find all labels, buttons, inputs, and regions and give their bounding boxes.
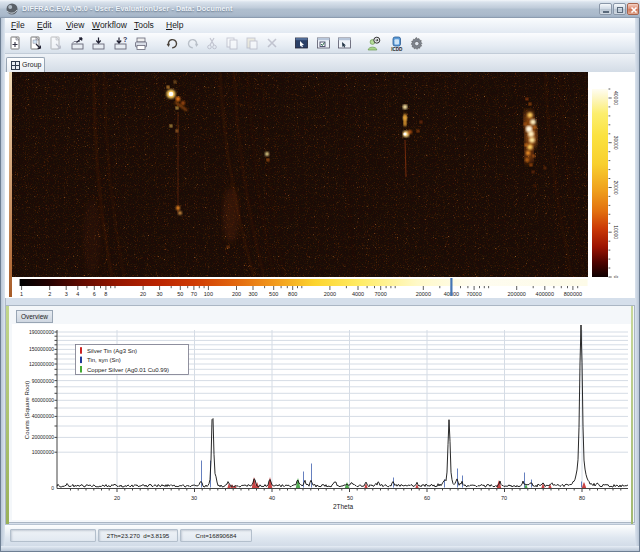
svg-text:40: 40 [269, 495, 275, 501]
svg-text:10000000: 10000000 [32, 449, 54, 455]
svg-text:20000: 20000 [613, 181, 619, 195]
svg-text:1: 1 [20, 291, 23, 297]
svg-text:80: 80 [579, 495, 585, 501]
svg-text:30: 30 [191, 495, 197, 501]
svg-text:30000: 30000 [613, 136, 619, 150]
svg-text:Silver Tin (Ag3 Sn): Silver Tin (Ag3 Sn) [87, 348, 137, 354]
svg-text:4: 4 [76, 291, 79, 297]
svg-text:?: ? [123, 36, 127, 43]
svg-text:40000: 40000 [613, 91, 619, 105]
svg-text:Counts (Square Root): Counts (Square Root) [24, 381, 30, 439]
svg-text:20: 20 [114, 495, 120, 501]
svg-text:7000: 7000 [375, 291, 387, 297]
svg-text:0: 0 [51, 485, 54, 491]
svg-text:50: 50 [347, 495, 353, 501]
svg-text:190000000: 190000000 [29, 329, 54, 335]
svg-text:ICDD: ICDD [391, 47, 403, 52]
svg-text:2000: 2000 [324, 291, 336, 297]
svg-text:0: 0 [613, 276, 619, 279]
svg-text:10000: 10000 [613, 225, 619, 239]
svg-text:Copper Silver (Ag0.01 Cu0.99): Copper Silver (Ag0.01 Cu0.99) [87, 367, 169, 373]
svg-text:40000000: 40000000 [32, 413, 54, 419]
svg-text:8: 8 [104, 291, 107, 297]
svg-text:20000: 20000 [416, 291, 431, 297]
svg-text:60: 60 [424, 495, 430, 501]
svg-text:200: 200 [232, 291, 241, 297]
svg-text:120000000: 120000000 [29, 361, 54, 367]
svg-text:60000000: 60000000 [32, 397, 54, 403]
svg-text:400000: 400000 [536, 291, 554, 297]
svg-text:800: 800 [288, 291, 297, 297]
svg-text:20: 20 [140, 291, 146, 297]
svg-text:300: 300 [248, 291, 257, 297]
svg-text:2: 2 [48, 291, 51, 297]
svg-text:20000000: 20000000 [32, 434, 54, 440]
svg-text:90000000: 90000000 [32, 378, 54, 384]
svg-text:70000: 70000 [466, 291, 481, 297]
svg-text:800000: 800000 [564, 291, 582, 297]
svg-text:50: 50 [177, 291, 183, 297]
svg-text:70: 70 [501, 495, 507, 501]
svg-text:200000: 200000 [508, 291, 526, 297]
svg-text:70: 70 [191, 291, 197, 297]
svg-text:2Theta: 2Theta [333, 503, 354, 510]
svg-text:6: 6 [93, 291, 96, 297]
svg-text:Tin, syn (Sn): Tin, syn (Sn) [87, 357, 121, 363]
svg-text:30: 30 [157, 291, 163, 297]
svg-text:3: 3 [65, 291, 68, 297]
svg-text:100: 100 [204, 291, 213, 297]
svg-text:150000000: 150000000 [29, 346, 54, 352]
svg-text:4000: 4000 [352, 291, 364, 297]
svg-text:500: 500 [269, 291, 278, 297]
